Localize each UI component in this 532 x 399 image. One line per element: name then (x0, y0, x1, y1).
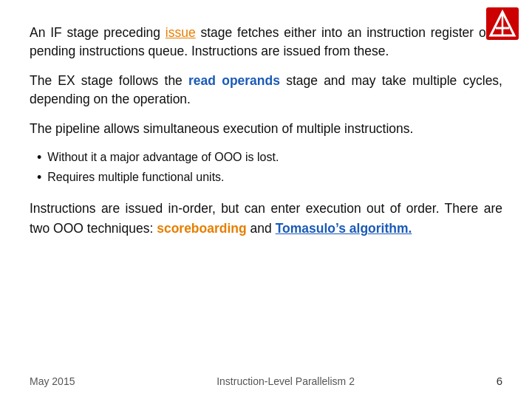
bullet-dot-2: • (37, 168, 41, 187)
footer-page-number: 6 (497, 375, 502, 387)
footer-title: Instruction-Level Parallelism 2 (75, 375, 496, 387)
paragraph-3: The pipeline allows simultaneous executi… (30, 120, 502, 138)
paragraph-4: Instructions are issued in-order, but ca… (30, 199, 502, 238)
p4-tomasulo: Tomasulo’s algorithm. (276, 221, 412, 236)
bullet-text-1: Without it a major advantage of OOO is l… (47, 149, 279, 166)
p2-text-before: The EX stage follows the (30, 73, 188, 88)
bullet-dot-1: • (37, 149, 41, 167)
bullet-item-2: • Requires multiple functional units. (37, 168, 502, 187)
p1-issue-link: issue (166, 25, 196, 40)
p4-middle: and (247, 221, 276, 236)
bullet-item-1: • Without it a major advantage of OOO is… (37, 149, 502, 167)
main-content: An IF stage preceding issue stage fetche… (30, 24, 502, 248)
paragraph-2: The EX stage follows the read operands s… (30, 72, 502, 109)
paragraph-1: An IF stage preceding issue stage fetche… (30, 24, 502, 61)
footer: May 2015 Instruction-Level Parallelism 2… (30, 375, 502, 387)
p1-text-before: An IF stage preceding (30, 25, 166, 40)
bullet-list: • Without it a major advantage of OOO is… (30, 149, 502, 188)
logo (486, 7, 519, 40)
footer-date: May 2015 (30, 375, 75, 387)
p4-scoreboarding: scoreboarding (157, 221, 247, 236)
bullet-text-2: Requires multiple functional units. (47, 168, 224, 186)
p2-read-operands: read operands (188, 73, 280, 88)
slide-container: An IF stage preceding issue stage fetche… (0, 0, 532, 399)
